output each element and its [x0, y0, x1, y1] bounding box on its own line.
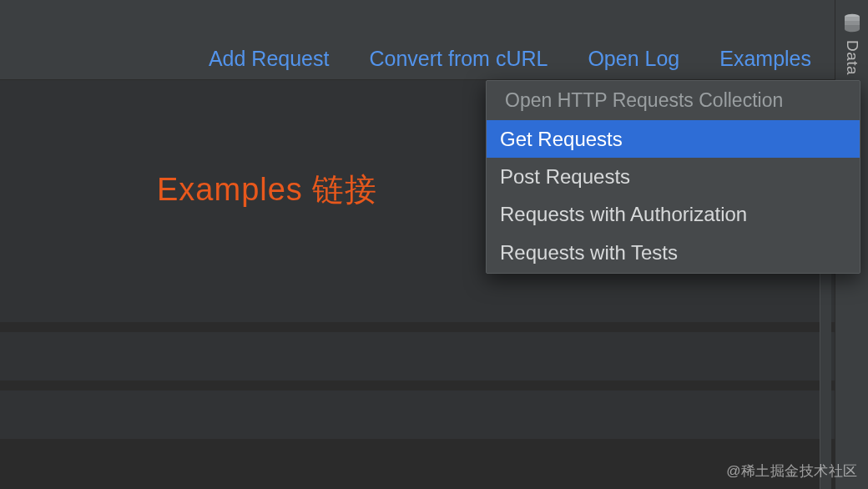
editor-row-stripe — [0, 332, 835, 381]
database-icon[interactable] — [843, 13, 861, 33]
popup-item-get-requests[interactable]: Get Requests — [487, 120, 860, 158]
popup-item-post-requests[interactable]: Post Requests — [487, 158, 860, 195]
editor-row-stripe — [0, 391, 835, 439]
add-request-link[interactable]: Add Request — [209, 47, 330, 71]
watermark: @稀土掘金技术社区 — [726, 461, 858, 481]
popup-item-requests-authorization[interactable]: Requests with Authorization — [487, 195, 860, 233]
annotation-label: Examples 链接 — [157, 169, 377, 211]
http-client-toolbar: Add Request Convert from cURL Open Log E… — [0, 38, 835, 80]
right-tool-label[interactable]: Data — [843, 40, 861, 75]
popup-item-requests-tests[interactable]: Requests with Tests — [487, 234, 860, 271]
titlebar-strip — [0, 0, 835, 39]
examples-popup: Open HTTP Requests Collection Get Reques… — [486, 80, 860, 274]
examples-link[interactable]: Examples — [719, 47, 811, 71]
convert-curl-link[interactable]: Convert from cURL — [369, 47, 548, 71]
open-log-link[interactable]: Open Log — [588, 47, 679, 71]
popup-title: Open HTTP Requests Collection — [487, 81, 860, 120]
